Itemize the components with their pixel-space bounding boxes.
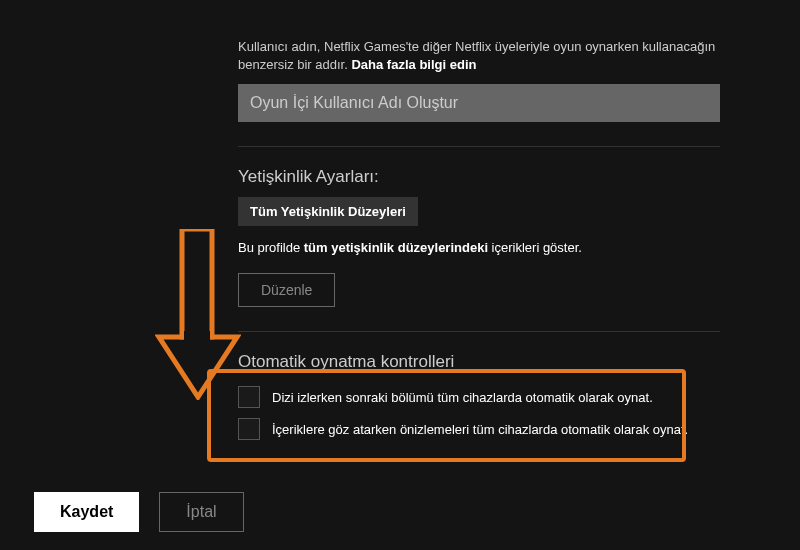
username-learn-more-link[interactable]: Daha fazla bilgi edin bbox=[351, 57, 476, 72]
autoplay-previews-checkbox[interactable] bbox=[238, 418, 260, 440]
annotation-arrow-icon bbox=[155, 229, 241, 400]
maturity-title: Yetişkinlik Ayarları: bbox=[238, 167, 720, 187]
edit-button[interactable]: Düzenle bbox=[238, 273, 335, 307]
maturity-section: Yetişkinlik Ayarları: Tüm Yetişkinlik Dü… bbox=[238, 167, 720, 332]
autoplay-next-episode-checkbox[interactable] bbox=[238, 386, 260, 408]
maturity-level-badge: Tüm Yetişkinlik Düzeyleri bbox=[238, 197, 418, 226]
svg-marker-1 bbox=[159, 337, 237, 397]
svg-rect-2 bbox=[184, 331, 210, 343]
autoplay-next-episode-label: Dizi izlerken sonraki bölümü tüm cihazla… bbox=[272, 390, 653, 405]
maturity-description: Bu profilde tüm yetişkinlik düzeylerinde… bbox=[238, 240, 720, 255]
save-button[interactable]: Kaydet bbox=[34, 492, 139, 532]
autoplay-section: Otomatik oynatma kontrolleri Dizi izlerk… bbox=[238, 352, 720, 474]
username-desc-text: Kullanıcı adın, Netflix Games'te diğer N… bbox=[238, 39, 715, 72]
svg-rect-0 bbox=[182, 229, 212, 337]
username-description: Kullanıcı adın, Netflix Games'te diğer N… bbox=[238, 38, 720, 74]
game-handle-input[interactable] bbox=[238, 84, 720, 122]
autoplay-next-episode-row: Dizi izlerken sonraki bölümü tüm cihazla… bbox=[238, 386, 720, 408]
autoplay-previews-label: İçeriklere göz atarken önizlemeleri tüm … bbox=[272, 422, 688, 437]
username-section: Kullanıcı adın, Netflix Games'te diğer N… bbox=[238, 38, 720, 147]
action-bar: Kaydet İptal bbox=[34, 492, 244, 532]
autoplay-previews-row: İçeriklere göz atarken önizlemeleri tüm … bbox=[238, 418, 720, 440]
cancel-button[interactable]: İptal bbox=[159, 492, 243, 532]
autoplay-title: Otomatik oynatma kontrolleri bbox=[238, 352, 720, 372]
